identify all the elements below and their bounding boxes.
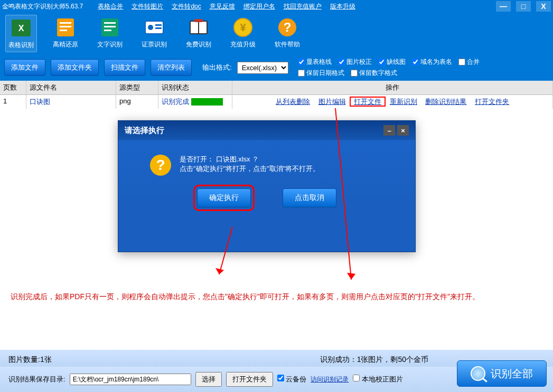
clear-list-button[interactable]: 清空列表 — [151, 59, 192, 76]
op-delete-result[interactable]: 删除识别结果 — [422, 98, 470, 106]
confirm-execute-button[interactable]: 确定执行 — [197, 188, 251, 207]
scan-file-button[interactable]: 扫描文件 — [104, 59, 145, 76]
tool-id-recognize[interactable]: 证票识别 — [138, 15, 170, 52]
menu-feedback[interactable]: 意见反馈 — [205, 2, 239, 11]
op-edit-image[interactable]: 图片编辑 — [315, 98, 349, 106]
output-format-label: 输出格式: — [202, 63, 232, 72]
title-bar: 金鸣表格文字识别大师5.63.7 表格合并 文件转图片 文件转doc 意见反馈 … — [0, 0, 553, 13]
add-file-button[interactable]: 添加文件 — [4, 59, 45, 76]
check-show-grid[interactable]: 显表格线 — [298, 58, 332, 66]
annotation-arrow-icon — [330, 108, 362, 285]
check-keep-date[interactable]: 保留日期格式 — [298, 69, 344, 78]
add-folder-button[interactable]: 添加文件夹 — [51, 59, 99, 76]
menu-recover-recharge[interactable]: 找回充值账户 — [279, 2, 326, 11]
save-dir-label: 识别结果保存目录: — [8, 375, 65, 384]
dialog-minimize-button[interactable]: – — [383, 125, 395, 136]
menu-upgrade[interactable]: 版本升级 — [326, 2, 360, 11]
open-folder-button[interactable]: 打开文件夹 — [226, 372, 273, 387]
instruction-text: 识别完成后，如果PDF只有一页，则程序会自动弹出提示，您点击"确定执行"即可打开… — [11, 290, 539, 303]
check-cloud-backup[interactable]: 云备份 — [277, 375, 307, 384]
dialog-close-button[interactable]: × — [397, 125, 409, 136]
tool-label: 证票识别 — [142, 40, 167, 49]
op-open-file[interactable]: 打开文件 — [351, 98, 385, 106]
question-icon: ? — [150, 155, 171, 176]
check-keep-num[interactable]: 保留数字格式 — [351, 69, 397, 78]
svg-rect-12 — [155, 24, 162, 26]
tool-label: 充值升级 — [230, 40, 256, 49]
svg-text:?: ? — [284, 20, 292, 34]
output-format-select[interactable]: Excel(.xlsx) — [237, 62, 288, 74]
table-row: 1 口诀图 png 识别完成 从列表删除 图片编辑 打开文件 重新识别 删除识别… — [0, 95, 553, 109]
doc-orange-icon — [54, 17, 77, 38]
image-count: 图片数量:1张 — [8, 355, 52, 365]
svg-text:¥: ¥ — [240, 22, 246, 33]
tool-label: 高精还原 — [53, 40, 78, 49]
svg-rect-9 — [104, 30, 111, 31]
status-text: 识别完成 — [162, 97, 189, 107]
check-domain-sheet[interactable]: 域名为表名 — [412, 58, 452, 66]
svg-rect-8 — [104, 26, 116, 27]
annotation-arrow-icon — [211, 227, 243, 285]
tool-label: 表格识别 — [8, 41, 34, 50]
dialog-message: 是否打开： 口诀图.xlsx ？ 点击"确定执行"将打开，点击"取消"将不打开。 — [180, 155, 320, 174]
help-icon: ? — [276, 17, 299, 38]
app-title: 金鸣表格文字识别大师5.63.7 — [2, 2, 83, 11]
check-local-correct[interactable]: 本地校正图片 — [353, 375, 403, 384]
svg-rect-16 — [194, 19, 203, 22]
svg-point-11 — [148, 25, 153, 30]
tool-recharge[interactable]: ¥ 充值升级 — [227, 15, 259, 52]
svg-text:X: X — [18, 24, 24, 33]
maximize-button[interactable]: □ — [516, 1, 531, 12]
close-button[interactable]: X — [536, 1, 551, 12]
dialog-title-bar: 请选择执行 – × — [118, 121, 415, 140]
excel-icon: X — [10, 17, 33, 39]
svg-line-23 — [335, 108, 351, 280]
doc-green-icon — [98, 17, 121, 38]
svg-rect-7 — [104, 22, 116, 24]
col-ops: 操作 — [232, 81, 553, 94]
check-missing-line[interactable]: 缺线图 — [378, 58, 406, 66]
visit-log-link[interactable]: 访问识别记录 — [311, 375, 349, 384]
check-merge[interactable]: 合并 — [458, 58, 480, 66]
svg-rect-13 — [155, 27, 162, 29]
check-image-correct[interactable]: 图片校正 — [338, 58, 372, 66]
op-re-recognize[interactable]: 重新识别 — [387, 98, 420, 106]
progress-bar — [191, 98, 223, 106]
svg-rect-3 — [60, 22, 71, 24]
recognition-success: 识别成功：1张图片，剩50个金币 — [320, 355, 428, 365]
svg-marker-24 — [347, 273, 355, 280]
svg-line-21 — [219, 227, 232, 274]
tool-text-recognize[interactable]: 文字识别 — [94, 15, 126, 52]
svg-rect-5 — [60, 30, 67, 31]
svg-rect-4 — [60, 26, 71, 27]
menu-bind-username[interactable]: 绑定用户名 — [239, 2, 279, 11]
tool-label: 软件帮助 — [275, 40, 300, 49]
col-type: 源类型 — [116, 81, 158, 94]
save-dir-input[interactable] — [70, 374, 191, 385]
op-remove-from-list[interactable]: 从列表删除 — [273, 98, 313, 106]
menu-merge-tables[interactable]: 表格合并 — [93, 2, 127, 11]
col-status: 识别状态 — [158, 81, 232, 94]
tool-free-recognize[interactable]: 免费识别 — [183, 15, 214, 52]
tool-label: 文字识别 — [97, 40, 123, 49]
tool-label: 免费识别 — [186, 40, 211, 49]
book-icon — [187, 17, 210, 38]
table-header: 页数 源文件名 源类型 识别状态 操作 — [0, 81, 553, 95]
dialog-title: 请选择执行 — [125, 126, 164, 136]
magnify-icon — [471, 366, 485, 381]
col-name: 源文件名 — [26, 81, 116, 94]
main-toolbar: X 表格识别 高精还原 文字识别 证票识别 免费识别 ¥ 充值升级 ? — [0, 13, 553, 54]
op-open-folder[interactable]: 打开文件夹 — [472, 98, 512, 106]
menu-file-to-doc[interactable]: 文件转doc — [167, 2, 205, 11]
tool-table-recognize[interactable]: X 表格识别 — [5, 15, 37, 52]
minimize-button[interactable]: — — [496, 1, 511, 12]
footer: 图片数量:1张 识别成功：1张图片，剩50个金币 识别结果保存目录: 选择 打开… — [0, 350, 553, 392]
menu-file-to-image[interactable]: 文件转图片 — [127, 2, 167, 11]
select-dir-button[interactable]: 选择 — [195, 372, 222, 387]
recognize-all-button[interactable]: 识别全部 — [457, 360, 547, 387]
tool-help[interactable]: ? 软件帮助 — [271, 15, 303, 52]
tool-hd-restore[interactable]: 高精还原 — [50, 15, 81, 52]
col-page: 页数 — [0, 81, 26, 94]
confirm-dialog: 请选择执行 – × ? 是否打开： 口诀图.xlsx ？ 点击"确定执行"将打开… — [118, 120, 416, 252]
cancel-button[interactable]: 点击取消 — [283, 188, 336, 207]
